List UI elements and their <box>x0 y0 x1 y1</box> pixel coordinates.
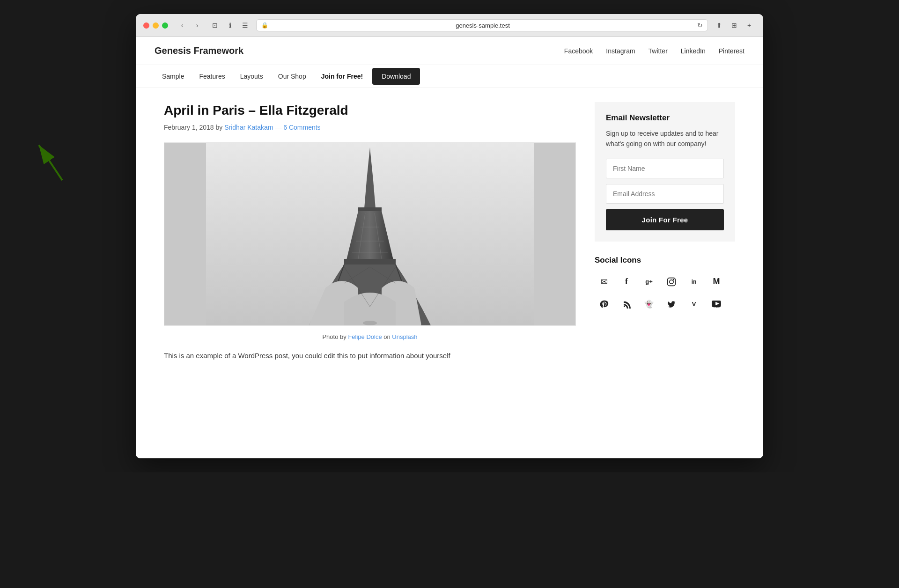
svg-line-22 <box>39 145 62 180</box>
lock-icon: 🔒 <box>261 22 268 29</box>
site-content: Genesis Framework Facebook Instagram Twi… <box>136 37 763 458</box>
google-plus-social-icon[interactable]: g+ <box>640 272 658 291</box>
forward-button[interactable]: › <box>191 19 204 32</box>
post-excerpt: This is an example of a WordPress post, … <box>164 350 576 362</box>
instagram-header-link[interactable]: Instagram <box>606 47 635 55</box>
svg-point-18 <box>673 279 674 280</box>
svg-point-17 <box>670 280 673 284</box>
photographer-link[interactable]: Felipe Dolce <box>348 333 382 340</box>
post-separator: — <box>275 124 283 131</box>
vimeo-social-icon[interactable]: V <box>685 295 703 314</box>
photo-on: on <box>383 333 392 340</box>
minimize-button[interactable] <box>153 22 159 29</box>
tab-overview-button[interactable]: ⊞ <box>728 19 741 32</box>
facebook-header-link[interactable]: Facebook <box>564 47 593 55</box>
newsletter-widget-title: Email Newsletter <box>606 113 724 123</box>
sample-nav-link[interactable]: Sample <box>155 65 192 88</box>
download-nav-button[interactable]: Download <box>372 68 420 85</box>
browser-actions: ⬆ ⊞ + <box>713 19 756 32</box>
unsplash-link[interactable]: Unsplash <box>392 333 417 340</box>
post-date: February 1, 2018 <box>164 124 216 131</box>
newsletter-description: Sign up to receive updates and to hear w… <box>606 128 724 149</box>
email-input[interactable] <box>606 184 724 204</box>
first-name-input[interactable] <box>606 159 724 178</box>
main-content: April in Paris – Ella Fitzgerald Februar… <box>164 102 576 362</box>
traffic-lights <box>143 22 168 29</box>
social-icons-row-2: 👻 V <box>595 295 735 314</box>
post-image-container <box>164 142 576 326</box>
layouts-nav-link[interactable]: Layouts <box>233 65 271 88</box>
linkedin-social-icon[interactable]: in <box>685 272 703 291</box>
svg-rect-5 <box>344 259 396 265</box>
medium-social-icon[interactable]: M <box>707 272 726 291</box>
pinterest-social-icon[interactable] <box>595 295 613 314</box>
post-comments-link[interactable]: 6 Comments <box>283 124 320 131</box>
reader-view-button[interactable]: ⊡ <box>208 19 221 32</box>
address-bar[interactable]: 🔒 genesis-sample.test ↻ <box>256 19 708 31</box>
social-widget: Social Icons ✉ f g+ <box>595 256 735 314</box>
site-title: Genesis Framework <box>155 45 243 56</box>
back-button[interactable]: ‹ <box>176 19 189 32</box>
join-free-nav-link[interactable]: Join for Free! <box>314 65 370 88</box>
twitter-social-icon[interactable] <box>662 295 681 314</box>
email-social-icon[interactable]: ✉ <box>595 272 613 291</box>
svg-point-15 <box>363 321 377 325</box>
site-header: Genesis Framework Facebook Instagram Twi… <box>136 37 763 65</box>
browser-titlebar: ‹ › ⊡ ℹ ☰ 🔒 genesis-sample.test ↻ ⬆ ⊞ + <box>136 14 763 37</box>
refresh-button[interactable]: ↻ <box>697 22 703 29</box>
eiffel-tower-image <box>164 143 575 325</box>
join-free-button[interactable]: Join For Free <box>606 209 724 230</box>
main-wrapper: April in Paris – Ella Fitzgerald Februar… <box>145 88 754 376</box>
info-button[interactable]: ℹ <box>223 19 236 32</box>
nav-buttons: ‹ › <box>176 19 204 32</box>
address-text: genesis-sample.test <box>271 22 694 29</box>
post-meta: February 1, 2018 by Sridhar Katakam — 6 … <box>164 124 576 131</box>
pinterest-header-link[interactable]: Pinterest <box>719 47 744 55</box>
features-nav-link[interactable]: Features <box>192 65 232 88</box>
social-widget-title: Social Icons <box>595 256 735 265</box>
list-view-button[interactable]: ☰ <box>238 19 251 32</box>
photo-caption: Photo by Felipe Dolce on Unsplash <box>164 333 576 340</box>
toolbar-icons: ⊡ ℹ ☰ <box>208 19 251 32</box>
newsletter-widget: Email Newsletter Sign up to receive upda… <box>595 102 735 242</box>
share-button[interactable]: ⬆ <box>713 19 726 32</box>
post-title: April in Paris – Ella Fitzgerald <box>164 102 576 119</box>
photo-caption-prefix: Photo by <box>322 333 348 340</box>
browser-window: ‹ › ⊡ ℹ ☰ 🔒 genesis-sample.test ↻ ⬆ ⊞ + … <box>136 14 763 458</box>
sidebar: Email Newsletter Sign up to receive upda… <box>595 102 735 362</box>
social-icons-grid: ✉ f g+ in M <box>595 272 735 314</box>
primary-nav: Sample Features Layouts Our Shop Join fo… <box>136 65 763 88</box>
facebook-social-icon[interactable]: f <box>617 272 636 291</box>
twitter-header-link[interactable]: Twitter <box>648 47 668 55</box>
snapchat-social-icon[interactable]: 👻 <box>640 295 658 314</box>
post-author-by: by <box>216 124 225 131</box>
fullscreen-button[interactable] <box>162 22 168 29</box>
our-shop-nav-link[interactable]: Our Shop <box>271 65 314 88</box>
arrow-annotation <box>32 138 69 187</box>
header-nav: Facebook Instagram Twitter LinkedIn Pint… <box>564 47 744 55</box>
post-author-link[interactable]: Sridhar Katakam <box>224 124 273 131</box>
social-icons-row-1: ✉ f g+ in M <box>595 272 735 291</box>
new-tab-button[interactable]: + <box>743 19 756 32</box>
rss-social-icon[interactable] <box>617 295 636 314</box>
svg-point-19 <box>624 306 625 307</box>
close-button[interactable] <box>143 22 149 29</box>
linkedin-header-link[interactable]: LinkedIn <box>681 47 706 55</box>
instagram-social-icon[interactable] <box>662 272 681 291</box>
svg-rect-16 <box>668 278 676 286</box>
youtube-social-icon[interactable] <box>707 295 726 314</box>
svg-rect-3 <box>358 207 382 211</box>
